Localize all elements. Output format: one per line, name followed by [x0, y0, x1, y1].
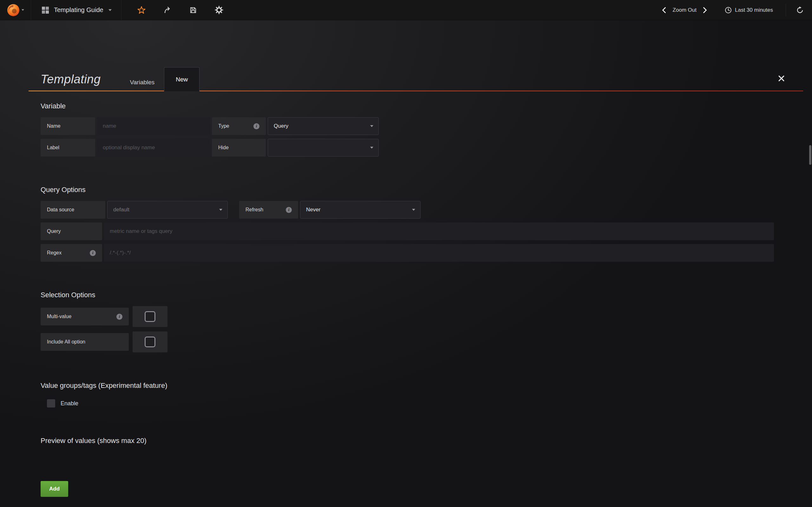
chevron-right-icon [703, 7, 707, 13]
chevron-down-icon [370, 147, 373, 149]
share-icon [163, 6, 171, 14]
top-navbar: Templating Guide [0, 0, 812, 20]
value-groups-heading: Value groups/tags (Experimental feature) [41, 382, 812, 390]
refresh-select-value: Never [306, 207, 320, 213]
query-row: Query [41, 222, 812, 240]
dashboard-picker[interactable]: Templating Guide [31, 0, 121, 20]
time-range-picker[interactable]: Last 30 minutes [723, 6, 775, 14]
vertical-scrollbar-thumb[interactable] [809, 145, 811, 165]
refresh-icon [796, 6, 804, 14]
preview-heading: Preview of values (shows max 20) [41, 437, 812, 445]
datasource-select[interactable]: default [107, 201, 228, 219]
enable-checkbox[interactable] [47, 399, 55, 407]
selection-options-heading: Selection Options [41, 291, 812, 299]
enable-row: Enable [47, 399, 812, 407]
multi-value-row: Multi-value i [41, 306, 812, 327]
datasource-label: Data source [41, 201, 105, 219]
gear-icon [215, 6, 223, 14]
datasource-select-value: default [113, 207, 130, 213]
multi-value-checkbox[interactable] [133, 306, 167, 327]
chevron-down-icon [370, 125, 373, 127]
name-input[interactable] [97, 117, 210, 135]
info-icon[interactable]: i [253, 123, 259, 129]
close-templating-button[interactable] [777, 74, 786, 83]
star-icon [137, 6, 146, 14]
templating-header: Templating Variables New [29, 56, 803, 91]
datasource-row: Data source default Refresh i Never [41, 201, 812, 219]
query-options-section: Query Options Data source default Refres… [41, 186, 812, 262]
refresh-select[interactable]: Never [300, 201, 420, 219]
regex-label-text: Regex [47, 250, 61, 256]
multi-value-label-text: Multi-value [47, 314, 71, 320]
checkbox-icon [145, 311, 155, 322]
chevron-down-icon [219, 209, 222, 211]
regex-input[interactable] [104, 244, 774, 262]
clock-icon [725, 7, 732, 14]
refresh-label-text: Refresh [246, 207, 263, 213]
type-select[interactable]: Query [268, 117, 379, 135]
variable-name-row: Name Type i Query [41, 117, 812, 135]
share-dashboard-button[interactable] [154, 0, 181, 20]
time-range-label: Last 30 minutes [735, 7, 773, 13]
dashboard-settings-button[interactable] [206, 0, 232, 20]
chevron-down-icon [21, 9, 24, 11]
regex-row: Regex i [41, 244, 812, 262]
name-label: Name [41, 117, 95, 135]
dashboard-title: Templating Guide [54, 6, 103, 14]
templating-editor: Variable Name Type i Query Label Hide Q [41, 102, 812, 497]
close-icon [778, 75, 785, 82]
tab-new[interactable]: New [164, 67, 200, 91]
label-input[interactable] [97, 139, 210, 157]
include-all-label: Include All option [41, 333, 129, 351]
variable-label-row: Label Hide [41, 139, 812, 157]
enable-label: Enable [61, 400, 78, 407]
variable-section: Variable Name Type i Query Label Hide [41, 102, 812, 157]
dashboard-actions [121, 0, 232, 20]
save-dashboard-button[interactable] [181, 0, 206, 20]
hide-select[interactable] [268, 139, 379, 157]
info-icon[interactable]: i [286, 207, 292, 213]
grafana-logo-icon [7, 4, 20, 16]
checkbox-icon [145, 337, 155, 347]
page-title: Templating [41, 72, 101, 86]
info-icon[interactable]: i [116, 314, 122, 320]
chevron-down-icon [412, 209, 415, 211]
time-shift-forward-button[interactable] [702, 6, 708, 14]
label-label: Label [41, 139, 95, 157]
chevron-down-icon [108, 9, 112, 11]
multi-value-label: Multi-value i [41, 308, 129, 326]
query-input[interactable] [104, 222, 774, 240]
variable-heading: Variable [41, 102, 812, 110]
save-icon [189, 6, 197, 14]
regex-label: Regex i [41, 244, 102, 262]
preview-section: Preview of values (shows max 20) [41, 437, 812, 445]
templating-tabs: Variables New [120, 67, 200, 91]
hide-label: Hide [212, 139, 266, 157]
selection-options-section: Selection Options Multi-value i Include … [41, 291, 812, 352]
info-icon[interactable]: i [90, 250, 96, 256]
include-all-checkbox[interactable] [133, 331, 167, 352]
type-label: Type i [212, 117, 266, 135]
zoom-out-button[interactable]: Zoom Out [672, 7, 697, 13]
type-select-value: Query [274, 123, 288, 129]
tab-variables[interactable]: Variables [120, 73, 164, 91]
query-label: Query [41, 222, 102, 240]
time-shift-back-button[interactable] [661, 6, 667, 14]
query-options-heading: Query Options [41, 186, 812, 194]
dashboard-grid-icon [42, 7, 49, 14]
type-label-text: Type [218, 123, 229, 129]
grafana-main-menu[interactable] [0, 0, 31, 20]
value-groups-section: Value groups/tags (Experimental feature)… [41, 382, 812, 407]
star-dashboard-button[interactable] [129, 0, 154, 20]
refresh-dashboard-button[interactable] [786, 4, 808, 16]
time-controls: Zoom Out Last 30 minutes [661, 0, 812, 20]
include-all-row: Include All option [41, 331, 812, 352]
refresh-label: Refresh i [239, 201, 298, 219]
chevron-left-icon [662, 7, 666, 13]
add-variable-button[interactable]: Add [41, 481, 68, 497]
